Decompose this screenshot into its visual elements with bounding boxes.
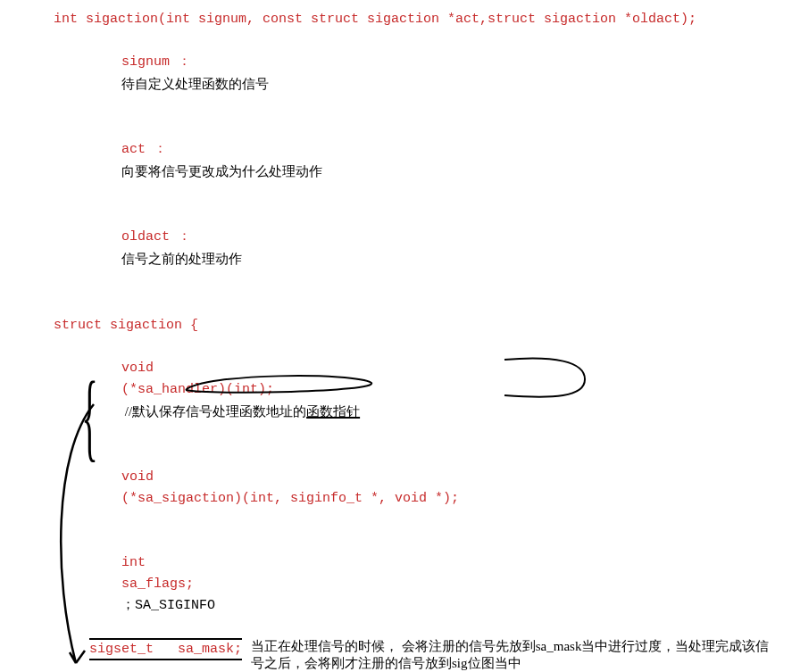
param-desc: 待自定义处理函数的信号 (121, 77, 269, 91)
member-name: sa_flags; (121, 577, 194, 592)
param-act: act ： 向要将信号更改成为什么处理动作 (18, 118, 774, 205)
member-sa-mask: sigset_t sa_mask; 当正在处理信号的时候， 会将注册的信号先放到… (18, 638, 774, 672)
member-sa-sigaction: void (*sa_sigaction)(int, siginfo_t *, v… (18, 445, 774, 531)
member-value: ；SA_SIGINFO (121, 598, 215, 613)
member-comment: //默认保存信号处理函数地址的函数指针 (121, 404, 360, 419)
param-desc: 向要将信号更改成为什么处理动作 (121, 164, 322, 178)
member-type: void (121, 467, 202, 488)
bracket-left-icon: { (81, 375, 97, 459)
member-type: void (121, 358, 202, 379)
struct-open: struct sigaction { (18, 315, 774, 336)
param-label: oldact ： (121, 229, 191, 245)
func-declaration: int sigaction(int signum, const struct s… (18, 9, 774, 30)
member-sa-flags: int sa_flags; ；SA_SIGINFO (18, 531, 774, 638)
param-desc: 信号之前的处理动作 (121, 252, 242, 266)
member-decl: (*sa_sigaction)(int, siginfo_t *, void *… (121, 491, 459, 506)
param-signum: signum ： 待自定义处理函数的信号 (18, 30, 774, 118)
member-type: int (121, 552, 202, 574)
member-decl: (*sa_handler)(int); (121, 382, 274, 397)
param-label: act ： (121, 142, 167, 157)
param-oldact: oldact ： 信号之前的处理动作 (18, 205, 774, 293)
member-name: sa_mask; (178, 642, 242, 657)
struct-block: struct sigaction { void (*sa_handler)(in… (18, 315, 774, 672)
function-signature-block: int sigaction(int signum, const struct s… (18, 9, 774, 293)
member-sa-handler: void (*sa_handler)(int); //默认保存信号处理函数地址的… (18, 336, 774, 445)
member-desc: 当正在处理信号的时候， 会将注册的信号先放到sa_mask当中进行过度，当处理完… (251, 638, 774, 672)
param-label: signum ： (121, 54, 191, 70)
member-type: sigset_t (89, 642, 170, 657)
